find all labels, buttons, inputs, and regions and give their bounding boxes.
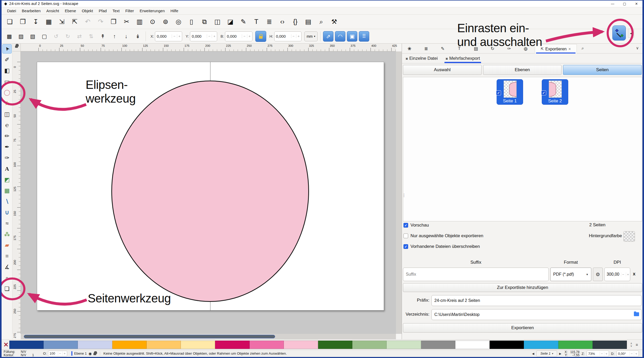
select-same-button[interactable]: ▧ — [28, 31, 38, 42]
color-swatch[interactable] — [387, 341, 421, 349]
color-swatch[interactable] — [490, 341, 524, 349]
menu-item[interactable]: Filter — [123, 8, 136, 14]
color-swatch[interactable] — [215, 341, 249, 349]
mesh-tool[interactable]: ▦ — [2, 186, 12, 195]
suffix-input[interactable] — [403, 268, 549, 281]
export-button[interactable]: ⇱ — [69, 16, 80, 28]
thumbnail-checkbox[interactable]: ✓ — [496, 90, 501, 95]
layer-indicator[interactable]: Ebene 1 ◉ — [71, 351, 97, 356]
color-swatch[interactable] — [250, 341, 284, 349]
palette-scroll-down-icon[interactable]: ∨ — [630, 345, 632, 347]
calligraphy-tool[interactable]: ✑ — [2, 153, 12, 163]
close-button[interactable]: ✕ — [631, 0, 642, 7]
select-all-button[interactable]: ▩ — [4, 31, 15, 42]
open-document-button[interactable]: ❒ — [17, 16, 29, 28]
zoom-page-width-button[interactable]: ▯ — [186, 16, 197, 28]
rotate-cw-button[interactable]: ↻ — [63, 31, 73, 42]
connector-tool[interactable]: ⌗ — [2, 251, 12, 261]
dropper-tool[interactable]: ∖ — [2, 197, 12, 206]
eye-icon[interactable]: ◉ — [88, 352, 92, 356]
opacity-input[interactable]: 100−+ — [48, 351, 67, 356]
preferences-button[interactable]: ⚒ — [328, 16, 340, 28]
clone-button[interactable]: ◫ — [212, 16, 223, 28]
zoom-selection-button[interactable]: ⊙ — [147, 16, 158, 28]
dock-icon-layers[interactable]: ≣ — [422, 45, 430, 52]
flip-vertical-button[interactable]: ⇅ — [86, 31, 96, 42]
scale-patterns-toggle[interactable]: ⠿ — [359, 31, 369, 42]
pencil-tool[interactable]: ✏ — [2, 131, 12, 141]
color-swatch[interactable] — [593, 341, 627, 349]
exportieren-button[interactable]: Exportieren — [403, 323, 642, 333]
fill-stroke-indicator[interactable]: Füllung: N/V Kontur: N/V 1 — [2, 350, 37, 357]
zoom-input[interactable]: 73%−+ — [587, 350, 609, 357]
vertical-scrollbar[interactable] — [396, 51, 402, 334]
remove-row-button[interactable]: x — [633, 271, 635, 277]
lock-ratio-button[interactable] — [255, 31, 266, 42]
color-swatch[interactable] — [9, 341, 44, 349]
option-row[interactable]: Nur ausgewählte Objekte exportieren — [403, 232, 483, 240]
page-thumbnail[interactable]: ✓ Seite 1 — [497, 79, 523, 105]
vertical-ruler[interactable]: 0255075100125150175200225250275300 — [12, 51, 21, 334]
fill-stroke-dialog-button[interactable]: ✎ — [238, 16, 249, 28]
format-settings-button[interactable]: ⚙ — [593, 268, 603, 281]
x-input[interactable]: 0,000−+ — [155, 31, 182, 41]
paste-button[interactable]: ▥ — [134, 16, 145, 28]
palette-menu-icon[interactable]: ≡ — [636, 342, 641, 347]
menu-item[interactable]: Datei — [5, 8, 18, 14]
box3d-tool[interactable]: ◫ — [2, 110, 12, 119]
paint-bucket-tool[interactable]: ∪ — [2, 208, 12, 217]
snap-toggle-button[interactable] — [612, 25, 626, 41]
text-dialog-button[interactable]: T — [251, 16, 262, 28]
import-button[interactable]: ⇲ — [56, 16, 67, 28]
page-prev-icon[interactable]: ◀ — [532, 352, 534, 355]
ruler-corner[interactable] — [12, 44, 21, 51]
color-swatch[interactable] — [455, 341, 490, 349]
export-tab[interactable]: ▣Einzelne Datei — [405, 54, 439, 63]
height-input[interactable]: 0,000−+ — [274, 31, 302, 41]
add-to-export-list-button[interactable]: Zur Exportliste hinzufügen — [403, 283, 642, 292]
duplicate-button[interactable]: ⧉ — [199, 16, 210, 28]
cut-button[interactable]: ✂ — [121, 16, 132, 28]
directory-input[interactable] — [431, 309, 642, 320]
ellipse-tool[interactable]: ◯ — [2, 88, 12, 97]
text-tool[interactable]: A — [2, 164, 12, 174]
spray-tool[interactable]: ⁂ — [2, 230, 12, 239]
menu-item[interactable]: Erweiterungen — [137, 8, 167, 14]
zoom-drawing-button[interactable]: ⊚ — [160, 16, 171, 28]
rotation-input[interactable]: 0,00°−+ — [616, 350, 639, 357]
scale-stroke-toggle[interactable]: ⇗ — [323, 31, 333, 42]
color-swatch[interactable] — [147, 341, 181, 349]
circle-object[interactable] — [111, 81, 309, 302]
color-swatch[interactable] — [181, 341, 215, 349]
color-swatch[interactable] — [44, 341, 78, 349]
menu-item[interactable]: Objekt — [79, 8, 95, 14]
color-swatch[interactable] — [78, 341, 112, 349]
undo-button[interactable]: ↶ — [82, 16, 93, 28]
deselect-button[interactable]: ▢ — [39, 31, 50, 42]
horizontal-ruler[interactable]: 0255075100125150175200225250275300325350… — [21, 44, 396, 51]
tab-close-icon[interactable]: × — [568, 47, 571, 51]
palette-scroll[interactable]: ∧ ∨ — [627, 342, 636, 347]
palette-scroll-up-icon[interactable]: ∧ — [630, 342, 632, 345]
bezier-tool[interactable]: ✒ — [2, 142, 12, 152]
rectangle-tool[interactable]: ▭ — [2, 77, 12, 86]
format-dropdown[interactable]: PDF (*.pdf) ▼ — [550, 268, 591, 281]
shape-builder-tool[interactable]: ◧ — [2, 66, 12, 75]
color-swatch[interactable] — [352, 341, 387, 349]
gradient-tool[interactable]: ◩ — [2, 175, 12, 184]
menu-item[interactable]: Text — [110, 8, 122, 14]
no-color-button[interactable]: ✕ — [3, 341, 9, 349]
color-swatch[interactable] — [558, 341, 593, 349]
zoom-tool[interactable]: ⌕ — [2, 273, 12, 283]
redo-button[interactable]: ↷ — [95, 16, 106, 28]
selector-tool[interactable]: ➤ — [2, 44, 12, 54]
rotate-ccw-button[interactable]: ↺ — [51, 31, 61, 42]
eraser-tool[interactable]: ▰ — [2, 241, 12, 250]
print-button[interactable]: ▦ — [43, 16, 54, 28]
unit-dropdown[interactable]: mm▾ — [304, 31, 318, 41]
spiral-tool[interactable]: ℮ — [2, 121, 12, 130]
node-tool[interactable]: ✐ — [2, 55, 12, 64]
option-row[interactable]: Vorhandene Dateien überschreiben — [403, 243, 483, 250]
unlink-clone-button[interactable]: ◪ — [225, 16, 236, 28]
raise-button[interactable]: ↑ — [109, 31, 120, 42]
